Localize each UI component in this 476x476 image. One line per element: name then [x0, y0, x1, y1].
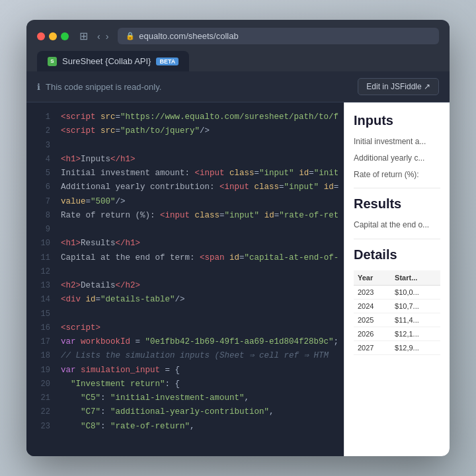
- readonly-notice: This code snippet is read-only.: [46, 82, 161, 92]
- lock-icon: 🔒: [126, 32, 135, 40]
- code-line: 4 <h1>Inputs</h1>: [26, 153, 344, 167]
- active-tab[interactable]: S SureSheet {Collab API} BETA: [37, 51, 189, 71]
- code-line: 3: [26, 139, 344, 153]
- info-icon: ℹ: [37, 82, 40, 92]
- code-line: 11 Capital at the end of term: <span id=…: [26, 251, 344, 265]
- minimize-button[interactable]: [49, 32, 57, 40]
- code-line: 21 "C5": "initial-investment-amount",: [26, 391, 344, 405]
- right-panel: Inputs Initial investment a... Additiona…: [344, 102, 450, 456]
- cell-start: $12,9...: [391, 341, 440, 355]
- browser-content: ℹ This code snippet is read-only. Edit i…: [26, 71, 450, 456]
- code-line: 1 <script src="https://www.equalto.com/s…: [26, 110, 344, 124]
- cell-year: 2025: [354, 313, 391, 327]
- close-button[interactable]: [37, 32, 45, 40]
- sidebar-toggle-icon[interactable]: ⊞: [79, 30, 88, 42]
- field-capital: Capital at the end o...: [354, 219, 440, 231]
- table-row: 2023$10,0...: [354, 286, 440, 299]
- forward-button[interactable]: ›: [104, 31, 110, 42]
- code-line: 15: [26, 307, 344, 321]
- cell-start: $11,4...: [391, 313, 440, 327]
- desktop: ⊞ ‹ › 🔒 equalto.com/sheets/collab S Sure…: [0, 0, 476, 476]
- traffic-lights: [37, 32, 69, 40]
- table-row: 2027$12,9...: [354, 341, 440, 355]
- code-line: 19 var simulation_input = {: [26, 364, 344, 377]
- browser-controls: ⊞ ‹ › 🔒 equalto.com/sheets/collab: [37, 28, 439, 44]
- code-line: 17 var workbookId = "0e1fbb42-1b69-49f1-…: [26, 335, 344, 349]
- cell-year: 2024: [354, 299, 391, 313]
- browser-chrome: ⊞ ‹ › 🔒 equalto.com/sheets/collab S Sure…: [26, 20, 450, 71]
- table-row: 2024$10,7...: [354, 299, 440, 313]
- tab-icon: S: [48, 57, 57, 66]
- code-line: 22 "C7": "additional-yearly-contribution…: [26, 405, 344, 419]
- details-table: Year Start... 2023$10,0...2024$10,7...20…: [354, 270, 440, 355]
- address-bar[interactable]: 🔒 equalto.com/sheets/collab: [118, 28, 439, 44]
- url-text: equalto.com/sheets/collab: [139, 31, 238, 41]
- table-row: 2026$12,1...: [354, 327, 440, 341]
- field-initial: Initial investment a...: [354, 136, 440, 147]
- code-line: 10 <h1>Results</h1>: [26, 237, 344, 251]
- code-line: 7 value="500"/>: [26, 195, 344, 209]
- tab-title: SureSheet {Collab API}: [62, 56, 151, 66]
- details-title: Details: [354, 247, 440, 262]
- nav-arrows: ‹ ›: [96, 31, 110, 42]
- cell-year: 2026: [354, 327, 391, 341]
- tab-beta-badge: BETA: [156, 58, 178, 65]
- inputs-title: Inputs: [354, 113, 440, 128]
- code-line: 2 <script src="path/to/jquery"/>: [26, 124, 344, 138]
- cell-year: 2023: [354, 286, 391, 299]
- cell-start: $10,0...: [391, 286, 440, 299]
- jsfiddle-label: Edit in JSFiddle ↗: [366, 82, 430, 91]
- divider: [354, 188, 440, 188]
- code-line: 12: [26, 265, 344, 279]
- table-row: 2025$11,4...: [354, 313, 440, 327]
- maximize-button[interactable]: [61, 32, 69, 40]
- col-year: Year: [354, 270, 391, 286]
- divider-2: [354, 239, 440, 239]
- code-line: 14 <div id="details-table"/>: [26, 293, 344, 307]
- cell-start: $10,7...: [391, 299, 440, 313]
- code-line: 18 // Lists the simulation inputs (Sheet…: [26, 349, 344, 363]
- code-line: 20 "Investment return": {: [26, 377, 344, 391]
- col-start: Start...: [391, 270, 440, 286]
- field-rate: Rate of return (%):: [354, 169, 440, 180]
- code-line: 8 Rate of return (%): <input class="inpu…: [26, 209, 344, 223]
- jsfiddle-button[interactable]: Edit in JSFiddle ↗: [358, 78, 439, 95]
- code-line: 16 <script>: [26, 321, 344, 335]
- code-line: 5 Initial investment amount: <input clas…: [26, 167, 344, 180]
- browser-tabs: S SureSheet {Collab API} BETA: [37, 51, 439, 71]
- back-button[interactable]: ‹: [96, 31, 102, 42]
- code-line: 6 Additional yearly contribution: <input…: [26, 180, 344, 194]
- code-line: 13 <h2>Details</h2>: [26, 279, 344, 293]
- cell-start: $12,1...: [391, 327, 440, 341]
- code-editor[interactable]: 1 <script src="https://www.equalto.com/s…: [26, 102, 344, 456]
- field-additional: Additional yearly c...: [354, 153, 440, 164]
- browser-window: ⊞ ‹ › 🔒 equalto.com/sheets/collab S Sure…: [26, 20, 450, 456]
- code-line: 23 "C8": "rate-of-return",: [26, 420, 344, 434]
- cell-year: 2027: [354, 341, 391, 355]
- info-bar: ℹ This code snippet is read-only.: [37, 82, 161, 92]
- results-title: Results: [354, 196, 440, 212]
- code-panel-header: ℹ This code snippet is read-only. Edit i…: [26, 71, 450, 102]
- code-line: 9: [26, 223, 344, 237]
- main-split: 1 <script src="https://www.equalto.com/s…: [26, 102, 450, 456]
